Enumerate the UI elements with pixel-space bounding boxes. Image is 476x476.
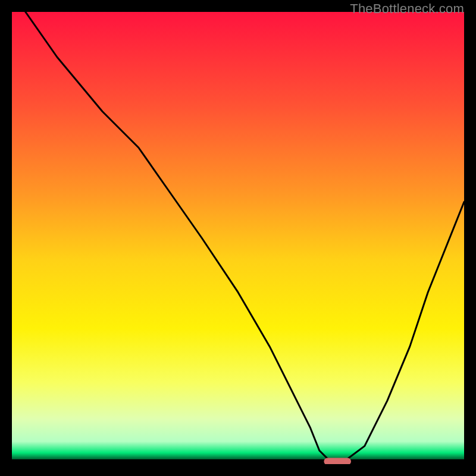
gradient-background	[12, 12, 464, 464]
watermark-text: TheBottleneck.com	[350, 1, 464, 17]
baseline-band	[12, 459, 464, 464]
optimal-marker	[324, 458, 351, 464]
chart-frame	[12, 12, 464, 464]
bottleneck-chart	[12, 12, 464, 464]
